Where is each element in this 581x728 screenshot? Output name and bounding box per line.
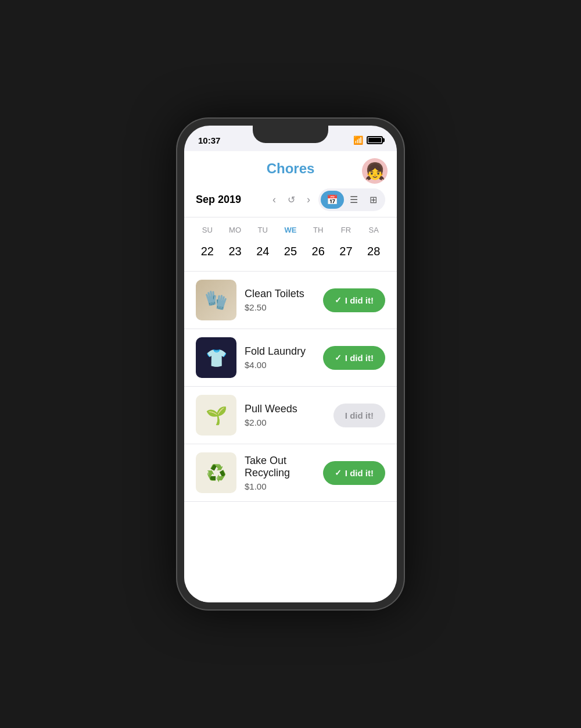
app-content: Chores 👧 Sep 2019 ‹ ↺ › 📅 ☰ xyxy=(184,151,397,602)
day-th: TH xyxy=(304,223,332,237)
phone-screen: 10:37 📶 Chores 👧 Sep 2019 ‹ ↺ xyxy=(184,126,397,602)
day-su: SU xyxy=(193,223,221,237)
date-23[interactable]: 23 xyxy=(221,241,249,262)
chore-info-take-out-recycling: Take Out Recycling $1.00 xyxy=(245,455,315,491)
list-icon: ☰ xyxy=(350,194,358,205)
stack-view-button[interactable]: ⊞ xyxy=(364,191,383,209)
chore-image-clean-toilets: 🧤 xyxy=(196,280,236,320)
did-it-button-pull-weeds[interactable]: I did it! xyxy=(333,404,385,427)
chore-name-take-out-recycling: Take Out Recycling xyxy=(245,455,315,479)
prev-month-button[interactable]: ‹ xyxy=(269,190,279,209)
did-it-button-take-out-recycling[interactable]: ✓ I did it! xyxy=(323,461,385,485)
avatar[interactable]: 👧 xyxy=(362,158,388,184)
did-it-button-fold-laundry[interactable]: ✓ I did it! xyxy=(323,346,385,370)
date-24[interactable]: 24 xyxy=(249,241,277,262)
chore-name-fold-laundry: Fold Laundry xyxy=(245,345,315,358)
did-it-label-pull-weeds: I did it! xyxy=(345,411,374,420)
chore-image-pull-weeds: 🌱 xyxy=(196,395,236,436)
day-tu: TU xyxy=(249,223,277,237)
day-mo: MO xyxy=(221,223,249,237)
status-icons: 📶 xyxy=(353,135,383,145)
page-title: Chores xyxy=(267,160,315,177)
chores-list: 🧤 Clean Toilets $2.50 ✓ I did it! 👕 xyxy=(184,271,397,502)
check-icon-clean-toilets: ✓ xyxy=(335,295,342,305)
chore-image-take-out-recycling: ♻️ xyxy=(196,452,236,493)
date-27[interactable]: 27 xyxy=(332,241,360,262)
did-it-label-clean-toilets: I did it! xyxy=(345,295,374,305)
chore-item-fold-laundry: 👕 Fold Laundry $4.00 ✓ I did it! xyxy=(184,329,397,387)
calendar-view-button[interactable]: 📅 xyxy=(321,191,344,209)
notch xyxy=(253,126,328,143)
did-it-label-fold-laundry: I did it! xyxy=(345,353,374,363)
app-header: Chores 👧 xyxy=(184,151,397,183)
wifi-icon: 📶 xyxy=(353,135,363,145)
phone-frame: 10:37 📶 Chores 👧 Sep 2019 ‹ ↺ xyxy=(177,119,404,609)
today-indicator: 25 xyxy=(284,245,297,258)
did-it-button-clean-toilets[interactable]: ✓ I did it! xyxy=(323,288,385,312)
day-we: WE xyxy=(277,223,304,237)
chore-price-take-out-recycling: $1.00 xyxy=(245,481,315,491)
chore-image-fold-laundry: 👕 xyxy=(196,337,236,378)
next-month-button[interactable]: › xyxy=(303,190,314,209)
chore-price-pull-weeds: $2.00 xyxy=(245,417,325,427)
did-it-label-take-out-recycling: I did it! xyxy=(345,468,374,478)
date-26[interactable]: 26 xyxy=(304,241,332,262)
chore-item-take-out-recycling: ♻️ Take Out Recycling $1.00 ✓ I did it! xyxy=(184,444,397,502)
check-icon-take-out-recycling: ✓ xyxy=(335,468,342,477)
chore-item-clean-toilets: 🧤 Clean Toilets $2.50 ✓ I did it! xyxy=(184,272,397,329)
chore-price-clean-toilets: $2.50 xyxy=(245,302,315,312)
chore-price-fold-laundry: $4.00 xyxy=(245,360,315,370)
chore-item-pull-weeds: 🌱 Pull Weeds $2.00 I did it! xyxy=(184,387,397,444)
chore-name-pull-weeds: Pull Weeds xyxy=(245,403,325,415)
chore-info-pull-weeds: Pull Weeds $2.00 xyxy=(245,403,325,427)
check-icon-fold-laundry: ✓ xyxy=(335,353,342,362)
chore-info-clean-toilets: Clean Toilets $2.50 xyxy=(245,288,315,312)
view-toggle: 📅 ☰ ⊞ xyxy=(318,188,385,211)
month-label: Sep 2019 xyxy=(196,194,264,206)
date-22[interactable]: 22 xyxy=(193,241,221,262)
calendar-dates: 22 23 24 25 26 27 28 xyxy=(184,239,397,271)
calendar-icon: 📅 xyxy=(327,194,338,205)
battery-icon xyxy=(367,136,383,144)
day-fr: FR xyxy=(332,223,360,237)
chore-info-fold-laundry: Fold Laundry $4.00 xyxy=(245,345,315,370)
calendar-days-header: SU MO TU WE TH FR SA xyxy=(184,217,397,239)
day-sa: SA xyxy=(360,223,388,237)
time-display: 10:37 xyxy=(198,135,220,145)
chore-name-clean-toilets: Clean Toilets xyxy=(245,288,315,300)
date-25[interactable]: 25 xyxy=(277,241,304,262)
list-view-button[interactable]: ☰ xyxy=(344,191,364,209)
avatar-image: 👧 xyxy=(365,162,385,181)
month-nav: Sep 2019 ‹ ↺ › 📅 ☰ ⊞ xyxy=(184,183,397,217)
refresh-button[interactable]: ↺ xyxy=(284,191,299,209)
date-28[interactable]: 28 xyxy=(360,241,388,262)
stack-icon: ⊞ xyxy=(370,194,377,205)
